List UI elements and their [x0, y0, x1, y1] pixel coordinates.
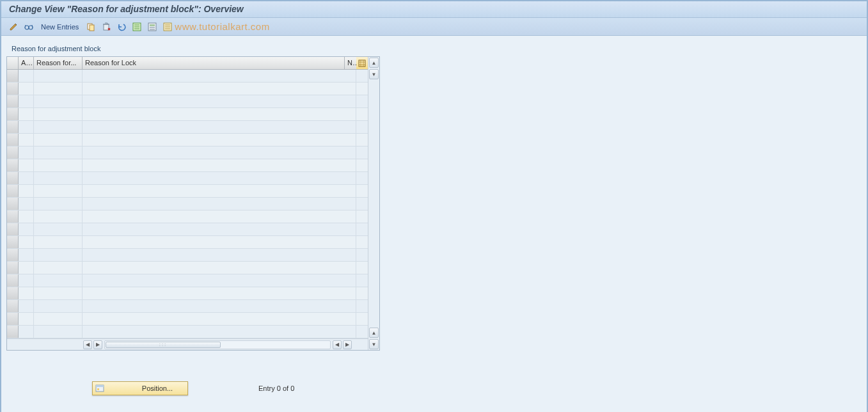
cell-a[interactable]	[19, 198, 34, 210]
cell-reason-for-lock[interactable]	[83, 198, 356, 210]
row-selector[interactable]	[7, 223, 19, 235]
row-selector[interactable]	[7, 313, 19, 325]
cell-na[interactable]	[356, 313, 368, 325]
cell-a[interactable]	[19, 147, 34, 159]
table-row[interactable]	[7, 262, 368, 274]
vscroll-up-icon[interactable]: ▲	[369, 58, 379, 68]
row-selector[interactable]	[7, 121, 19, 133]
table-row[interactable]	[7, 172, 368, 185]
cell-na[interactable]	[356, 198, 368, 210]
cell-reason-for-lock[interactable]	[83, 326, 356, 338]
cell-a[interactable]	[19, 223, 34, 235]
cell-na[interactable]	[356, 223, 368, 235]
cell-na[interactable]	[356, 172, 368, 184]
cell-reason-for-lock[interactable]	[83, 83, 356, 95]
cell-na[interactable]	[356, 210, 368, 223]
cell-reason-for[interactable]	[34, 326, 83, 338]
table-row[interactable]	[7, 185, 368, 198]
row-selector[interactable]	[7, 236, 19, 248]
cell-reason-for-lock[interactable]	[83, 147, 356, 159]
cell-reason-for[interactable]	[34, 121, 83, 133]
table-row[interactable]	[7, 300, 368, 313]
cell-na[interactable]	[356, 95, 368, 107]
vscroll-down-icon[interactable]: ▼	[369, 339, 379, 349]
cell-reason-for-lock[interactable]	[83, 121, 356, 133]
table-row[interactable]	[7, 223, 368, 236]
table-row[interactable]	[7, 210, 368, 223]
cell-reason-for-lock[interactable]	[83, 172, 356, 184]
row-selector[interactable]	[7, 262, 19, 274]
cell-reason-for[interactable]	[34, 134, 83, 146]
cell-na[interactable]	[356, 134, 368, 146]
cell-a[interactable]	[19, 236, 34, 248]
row-selector[interactable]	[7, 249, 19, 261]
cell-reason-for[interactable]	[34, 274, 83, 287]
hscroll-left-icon[interactable]: ▶	[93, 340, 102, 349]
cell-a[interactable]	[19, 83, 34, 95]
cell-reason-for-lock[interactable]	[83, 313, 356, 325]
cell-na[interactable]	[356, 287, 368, 299]
cell-a[interactable]	[19, 287, 34, 299]
row-selector[interactable]	[7, 326, 19, 338]
cell-reason-for[interactable]	[34, 172, 83, 184]
table-row[interactable]	[7, 236, 368, 249]
table-row[interactable]	[7, 198, 368, 210]
cell-a[interactable]	[19, 108, 34, 120]
row-selector[interactable]	[7, 83, 19, 95]
row-selector[interactable]	[7, 210, 19, 223]
cell-reason-for-lock[interactable]	[83, 223, 356, 235]
table-row[interactable]	[7, 274, 368, 287]
row-selector[interactable]	[7, 95, 19, 107]
cell-na[interactable]	[356, 249, 368, 261]
cell-reason-for[interactable]	[34, 147, 83, 159]
row-selector[interactable]	[7, 300, 19, 312]
cell-a[interactable]	[19, 300, 34, 312]
cell-reason-for[interactable]	[34, 223, 83, 235]
cell-reason-for[interactable]	[34, 313, 83, 325]
glasses-icon[interactable]	[23, 21, 35, 33]
cell-reason-for-lock[interactable]	[83, 95, 356, 107]
hscroll-right-icon[interactable]: ◀	[333, 340, 342, 349]
cell-reason-for[interactable]	[34, 185, 83, 197]
row-selector[interactable]	[7, 134, 19, 146]
row-selector[interactable]	[7, 185, 19, 197]
table-row[interactable]	[7, 83, 368, 95]
table-row[interactable]	[7, 134, 368, 147]
select-block-icon[interactable]	[146, 21, 158, 33]
cell-a[interactable]	[19, 185, 34, 197]
cell-reason-for-lock[interactable]	[83, 300, 356, 312]
select-all-icon[interactable]	[131, 21, 143, 33]
cell-reason-for[interactable]	[34, 249, 83, 261]
deselect-all-icon[interactable]	[162, 21, 173, 33]
cell-na[interactable]	[356, 185, 368, 197]
column-header-selector[interactable]	[7, 57, 19, 69]
cell-a[interactable]	[19, 326, 34, 338]
copy-icon[interactable]	[85, 21, 97, 33]
table-row[interactable]	[7, 287, 368, 300]
cell-a[interactable]	[19, 210, 34, 223]
vscroll-track[interactable]	[368, 80, 379, 327]
cell-reason-for[interactable]	[34, 70, 83, 82]
table-row[interactable]	[7, 121, 368, 134]
row-selector[interactable]	[7, 159, 19, 171]
cell-a[interactable]	[19, 172, 34, 184]
table-row[interactable]	[7, 95, 368, 108]
table-row[interactable]	[7, 313, 368, 326]
cell-a[interactable]	[19, 134, 34, 146]
cell-na[interactable]	[356, 274, 368, 287]
cell-reason-for[interactable]	[34, 300, 83, 312]
cell-reason-for[interactable]	[34, 198, 83, 210]
cell-reason-for-lock[interactable]	[83, 274, 356, 287]
cell-reason-for-lock[interactable]	[83, 134, 356, 146]
position-button[interactable]: Position...	[92, 381, 188, 395]
row-selector[interactable]	[7, 108, 19, 120]
cell-na[interactable]	[356, 70, 368, 82]
cell-reason-for-lock[interactable]	[83, 70, 356, 82]
hscroll-thumb[interactable]: :::	[106, 342, 221, 348]
cell-reason-for-lock[interactable]	[83, 262, 356, 274]
cell-reason-for[interactable]	[34, 236, 83, 248]
row-selector[interactable]	[7, 274, 19, 287]
undo-icon[interactable]	[116, 21, 127, 33]
table-row[interactable]	[7, 147, 368, 159]
table-row[interactable]	[7, 326, 368, 338]
